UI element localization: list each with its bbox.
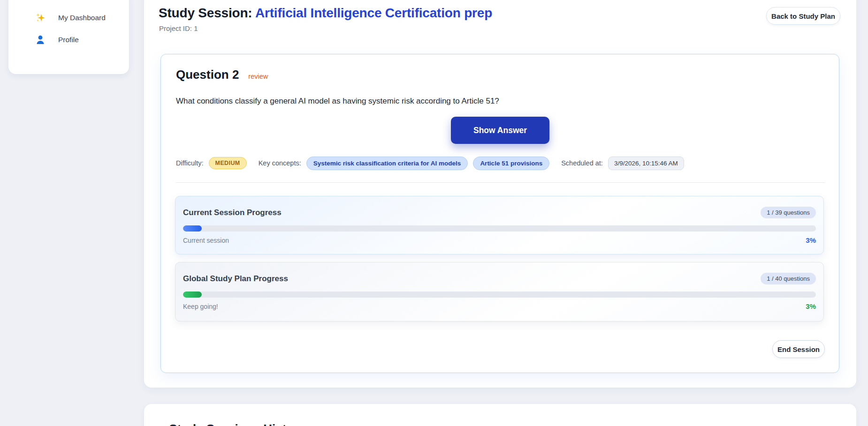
question-heading: Question 2 bbox=[176, 67, 239, 82]
page-title-project-name: Artificial Intelligence Certification pr… bbox=[255, 6, 492, 20]
question-heading-row: Question 2 review bbox=[176, 67, 268, 82]
main-panel: Study Session: Artificial Intelligence C… bbox=[144, 0, 856, 388]
divider bbox=[176, 182, 825, 183]
global-progress-caption: Keep going! bbox=[183, 303, 218, 310]
question-text: What conditions classify a general AI mo… bbox=[176, 97, 499, 106]
chevron-right-icon: › bbox=[158, 423, 162, 426]
sidebar-item-profile[interactable]: Profile bbox=[8, 30, 129, 49]
session-progress-fill bbox=[183, 225, 202, 232]
study-sessions-history-toggle[interactable]: › Study Sessions History bbox=[158, 422, 305, 426]
session-progress-percent: 3% bbox=[806, 236, 816, 244]
current-session-progress-card: Current Session Progress 1 / 39 question… bbox=[175, 196, 824, 254]
back-to-study-plan-button[interactable]: Back to Study Plan bbox=[766, 7, 840, 25]
global-progress-bar bbox=[183, 291, 816, 298]
sidebar-item-label: Profile bbox=[58, 36, 79, 44]
user-icon bbox=[35, 34, 46, 45]
key-concept-badge: Systemic risk classification criteria fo… bbox=[306, 157, 468, 170]
session-question-count-badge: 1 / 39 questions bbox=[761, 207, 816, 218]
current-session-progress-title: Current Session Progress bbox=[183, 208, 282, 217]
sidebar-item-label: My Dashboard bbox=[58, 14, 106, 22]
page-title: Study Session: Artificial Intelligence C… bbox=[159, 6, 492, 21]
study-sessions-history-card: › Study Sessions History bbox=[144, 404, 856, 426]
project-id-label: Project ID: 1 bbox=[159, 24, 198, 32]
show-answer-button[interactable]: Show Answer bbox=[451, 117, 549, 144]
global-progress-percent: 3% bbox=[806, 302, 816, 310]
review-tag: review bbox=[248, 73, 268, 80]
key-concept-badge: Article 51 provisions bbox=[473, 157, 549, 170]
study-sessions-history-title: Study Sessions History bbox=[169, 422, 305, 426]
page-title-prefix: Study Session: bbox=[159, 6, 255, 20]
question-meta-row: Difficulty: MEDIUM Key concepts: Systemi… bbox=[176, 156, 825, 171]
question-card: Question 2 review What conditions classi… bbox=[160, 54, 839, 373]
difficulty-badge: MEDIUM bbox=[209, 157, 247, 169]
global-study-plan-progress-card: Global Study Plan Progress 1 / 40 questi… bbox=[175, 262, 824, 321]
sidebar-item-my-dashboard[interactable]: My Dashboard bbox=[8, 8, 129, 27]
scheduled-at-label: Scheduled at: bbox=[561, 159, 603, 167]
end-session-button[interactable]: End Session bbox=[772, 340, 825, 358]
global-question-count-badge: 1 / 40 questions bbox=[761, 273, 816, 284]
sidebar: My Dashboard Profile bbox=[8, 0, 129, 74]
session-progress-caption: Current session bbox=[183, 237, 229, 244]
global-progress-fill bbox=[183, 291, 202, 298]
key-concepts-label: Key concepts: bbox=[259, 159, 301, 167]
session-progress-bar bbox=[183, 225, 816, 232]
global-progress-title: Global Study Plan Progress bbox=[183, 274, 288, 284]
difficulty-label: Difficulty: bbox=[176, 159, 204, 167]
scheduled-at-value: 3/9/2026, 10:15:46 AM bbox=[608, 157, 684, 170]
sparkles-icon bbox=[35, 12, 46, 23]
